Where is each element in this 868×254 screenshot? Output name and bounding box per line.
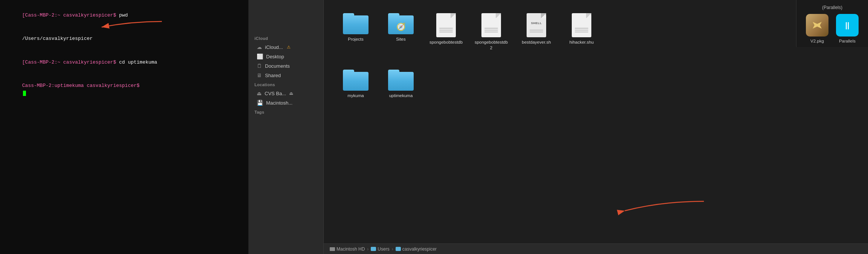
folder-icon-projects	[343, 13, 369, 34]
doc-body	[436, 13, 456, 37]
breadcrumb-users[interactable]: Users	[371, 246, 389, 252]
spongebob1-label: spongebobtestdb	[429, 40, 463, 45]
breadcrumb-casvalkyriespicer[interactable]: casvalkyriespicer	[396, 246, 437, 252]
doc-lines	[439, 28, 453, 33]
breadcrumb-sep-1: ›	[367, 246, 369, 252]
v2pkg-label: V2.pkg	[810, 39, 824, 43]
sidebar-locations-section: Locations	[248, 80, 323, 88]
cloud-icon: ☁	[257, 44, 262, 50]
doc-body-bestday: SHELL	[527, 13, 546, 37]
file-item-projects[interactable]: Projects	[337, 9, 375, 55]
sidebar-item-icloud[interactable]: ☁ iCloud... ⚠	[251, 43, 321, 52]
sidebar-item-cvs[interactable]: ⏏ CVS Ba... ⏏	[251, 89, 321, 98]
file-item-spongebob1[interactable]: spongebobtestdb	[427, 9, 465, 55]
parallels-app[interactable]: || Parallels	[836, 14, 859, 43]
documents-icon: 🗒	[257, 63, 262, 69]
breadcrumb-macintosh-label: Macintosh HD	[337, 246, 365, 252]
terminal-pane[interactable]: [Cass-MBP-2:~ casvalkyriespicer$ pwd /Us…	[0, 0, 248, 254]
sidebar-icloud-section: iCloud	[248, 34, 323, 42]
file-item-hihacker[interactable]: hihacker.shu	[563, 9, 600, 55]
parallels-v2pkg[interactable]: V2.pkg	[806, 14, 828, 43]
finder-main: (Parallels) V2.pkg || Parallels	[324, 0, 868, 254]
sidebar-desktop-label: Desktop	[266, 54, 284, 59]
doc-corner-hihacker	[586, 13, 591, 18]
sidebar-item-documents[interactable]: 🗒 Documents	[251, 61, 321, 70]
macintosh-icon: 💾	[257, 100, 263, 106]
bestday-label: bestdayever.sh	[522, 40, 551, 45]
folder-body-uptimekuma	[388, 72, 414, 91]
sidebar-warn-icon: ⚠	[287, 45, 291, 50]
folder-body-sites: 🧭	[388, 15, 414, 34]
file-item-bestday[interactable]: SHELL bestdayever.sh	[518, 9, 555, 55]
file-item-mykuma[interactable]: mykuma	[337, 66, 375, 102]
folder-body-mykuma	[343, 72, 369, 91]
compass-icon: 🧭	[396, 22, 406, 31]
eject-icon: ⏏	[289, 91, 293, 96]
file-item-spongebob2[interactable]: spongebobtestdb 2	[472, 9, 510, 55]
breadcrumb-macintosh-hd[interactable]: Macintosh HD	[330, 246, 365, 252]
finder-breadcrumb-bar: Macintosh HD › Users › casvalkyriespicer	[324, 243, 868, 254]
shared-icon: 🖥	[257, 72, 262, 78]
spongebob2-label: spongebobtestdb 2	[475, 40, 508, 51]
file-item-uptimekuma[interactable]: uptimekuma	[382, 66, 420, 102]
sidebar-tags-section: Tags	[248, 108, 323, 116]
breadcrumb-sep-2: ›	[392, 246, 393, 252]
sidebar-macintosh-label: Macintosh...	[266, 100, 292, 106]
sidebar-documents-label: Documents	[265, 63, 290, 69]
doc-lines-bestday	[530, 30, 543, 33]
breadcrumb-users-label: Users	[378, 246, 389, 252]
sidebar-item-shared[interactable]: 🖥 Shared	[251, 71, 321, 80]
pkg-icon	[806, 14, 828, 37]
terminal-line-2: /Users/casvalkyriespicer	[5, 27, 244, 50]
folder-icon-sites: 🧭	[388, 13, 414, 34]
doc-lines-hihacker	[575, 28, 588, 33]
sidebar-cvs-label: CVS Ba...	[265, 91, 286, 96]
breadcrumb-casvalkyriespicer-label: casvalkyriespicer	[402, 246, 437, 252]
breadcrumb-folder-icon-1	[371, 247, 376, 251]
doc-icon-bestday: SHELL	[527, 13, 546, 37]
sidebar-shared-label: Shared	[265, 73, 281, 78]
finder-sidebar: iCloud ☁ iCloud... ⚠ ⬜ Desktop 🗒 Documen…	[248, 0, 324, 254]
parallels-label: Parallels	[839, 39, 856, 43]
sites-label: Sites	[396, 37, 406, 42]
doc-icon-spongebob1	[436, 13, 456, 37]
doc-corner-bestday	[541, 13, 546, 18]
breadcrumb-folder-icon-2	[396, 247, 401, 251]
parallels-header: (Parallels)	[822, 2, 842, 12]
shell-label: SHELL	[527, 21, 546, 25]
terminal-line-1: [Cass-MBP-2:~ casvalkyriespicer$ pwd	[5, 4, 244, 27]
doc-icon-hihacker	[572, 13, 591, 37]
desktop-icon: ⬜	[257, 53, 263, 59]
pkg-bow	[813, 22, 822, 29]
doc-corner	[451, 13, 456, 18]
doc-icon-spongebob2	[481, 13, 501, 37]
file-item-sites[interactable]: 🧭 Sites	[382, 9, 420, 55]
hihacker-label: hihacker.shu	[570, 40, 594, 45]
doc-lines-2	[484, 28, 498, 33]
terminal-cursor	[23, 91, 26, 96]
folder-icon-mykuma	[343, 70, 369, 91]
sidebar-icloud-label: iCloud...	[265, 44, 283, 50]
sidebar-item-macintosh[interactable]: 💾 Macintosh...	[251, 98, 321, 107]
finder-file-grid: Projects 🧭 Sites	[324, 0, 868, 243]
folder-body	[343, 15, 369, 34]
folder-icon-uptimekuma	[388, 70, 414, 91]
terminal-line-3: [Cass-MBP-2:~ casvalkyriespicer$ cd upti…	[5, 51, 244, 74]
terminal-line-4: Cass-MBP-2:uptimekuma casvalkyriespicer$	[5, 74, 244, 105]
uptimekuma-label: uptimekuma	[389, 93, 413, 99]
doc-body-2	[481, 13, 501, 37]
parallels-icon: ||	[836, 14, 859, 37]
mykuma-label: mykuma	[347, 93, 364, 99]
doc-corner-2	[496, 13, 501, 18]
hd-icon	[330, 247, 335, 251]
cvs-icon: ⏏	[257, 90, 262, 96]
parallels-area: (Parallels) V2.pkg || Parallels	[796, 0, 868, 47]
doc-body-hihacker	[572, 13, 591, 37]
projects-label: Projects	[348, 37, 364, 42]
sidebar-item-desktop[interactable]: ⬜ Desktop	[251, 52, 321, 61]
